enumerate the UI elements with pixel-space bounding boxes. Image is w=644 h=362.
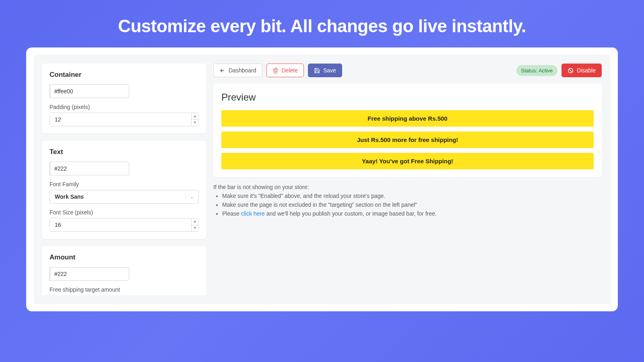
main-panel: Dashboard Delete Save Status: Active Dis…: [213, 64, 602, 295]
preview-card: Preview Free shipping above Rs.500 Just …: [213, 84, 602, 177]
help-item-suffix: and we'll help you publish your custom, …: [265, 210, 437, 217]
font-size-label: Font Size (pixels): [50, 209, 199, 216]
font-size-spinners: ▲ ▼: [191, 218, 198, 231]
settings-sidebar: Container Padding (pixels) ▲ ▼ Text: [42, 64, 206, 295]
help-item: Please click here and we'll help you pub…: [222, 210, 602, 217]
padding-input[interactable]: [50, 113, 191, 126]
font-family-label: Font Family: [50, 181, 199, 187]
trash-icon: [272, 68, 279, 74]
hero-title: Customize every bit. All changes go live…: [0, 0, 644, 47]
app-inner: Container Padding (pixels) ▲ ▼ Text: [33, 55, 611, 304]
disable-button[interactable]: Disable: [561, 64, 602, 77]
toolbar: Dashboard Delete Save Status: Active Dis…: [213, 64, 602, 77]
font-size-input[interactable]: [50, 218, 191, 231]
preview-bar: Just Rs.500 more for free shipping!: [221, 132, 594, 148]
save-icon: [314, 68, 320, 74]
status-badge: Status: Active: [516, 65, 558, 76]
delete-button[interactable]: Delete: [266, 64, 304, 77]
arrow-left-icon: [219, 68, 225, 74]
help-item: Make sure it's "Enabled" above, and the …: [222, 193, 602, 199]
container-color-input[interactable]: [50, 84, 129, 98]
padding-spinners: ▲ ▼: [191, 113, 198, 126]
font-size-up-icon[interactable]: ▲: [192, 218, 198, 225]
target-amount-label: Free shipping target amount: [50, 286, 199, 293]
padding-up-icon[interactable]: ▲: [192, 113, 198, 120]
dashboard-button[interactable]: Dashboard: [213, 64, 262, 77]
container-card-title: Container: [50, 71, 199, 79]
amount-card: Amount Free shipping target amount: [42, 246, 206, 295]
text-card-title: Text: [50, 148, 199, 156]
save-label: Save: [323, 67, 336, 74]
help-text: If the bar is not showing on your store:…: [213, 184, 602, 219]
font-family-select[interactable]: Work Sans ⌄: [50, 190, 199, 204]
help-item-prefix: Please: [222, 210, 241, 217]
padding-label: Padding (pixels): [50, 104, 199, 110]
prohibit-icon: [568, 68, 574, 74]
chevron-down-icon: ⌄: [186, 194, 194, 200]
font-size-input-wrap: ▲ ▼: [50, 218, 199, 232]
dashboard-label: Dashboard: [229, 67, 256, 74]
text-color-input[interactable]: [50, 162, 129, 175]
text-color-row: [50, 162, 126, 175]
font-size-down-icon[interactable]: ▼: [192, 225, 198, 232]
padding-down-icon[interactable]: ▼: [192, 120, 198, 126]
app-frame: Container Padding (pixels) ▲ ▼ Text: [26, 47, 618, 311]
container-card: Container Padding (pixels) ▲ ▼: [42, 64, 206, 134]
preview-bar: Free shipping above Rs.500: [221, 110, 594, 127]
preview-bar: Yaay! You've got Free Shipping!: [221, 153, 594, 169]
container-color-row: [50, 84, 126, 98]
help-link[interactable]: click here: [241, 210, 265, 217]
save-button[interactable]: Save: [308, 64, 342, 77]
text-card: Text Font Family Work Sans ⌄ Font Size (…: [42, 141, 206, 239]
delete-label: Delete: [282, 67, 298, 74]
help-item: Make sure the page is not excluded in th…: [222, 202, 602, 208]
help-list: Make sure it's "Enabled" above, and the …: [213, 193, 602, 217]
preview-title: Preview: [221, 92, 594, 103]
amount-card-title: Amount: [50, 253, 199, 261]
disable-label: Disable: [577, 67, 596, 74]
amount-color-row: [50, 267, 126, 281]
amount-color-input[interactable]: [50, 267, 129, 281]
padding-input-wrap: ▲ ▼: [50, 113, 199, 126]
font-family-value: Work Sans: [55, 193, 186, 200]
help-intro: If the bar is not showing on your store:: [213, 184, 602, 190]
